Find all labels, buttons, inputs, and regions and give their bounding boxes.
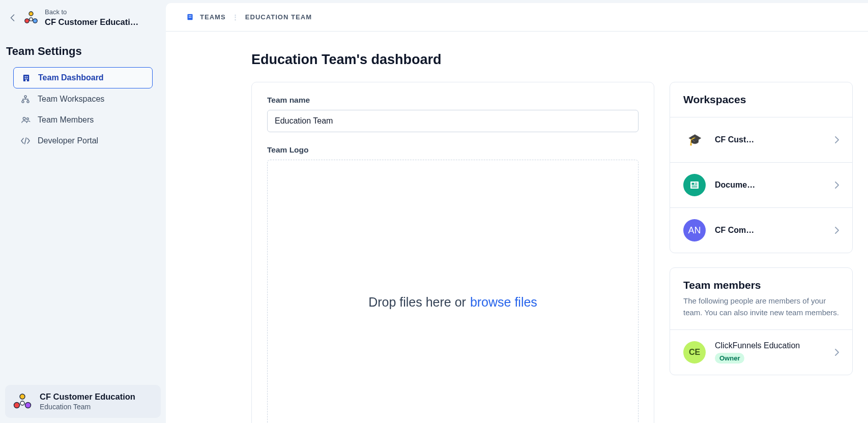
svg-point-0 bbox=[29, 12, 33, 16]
workspace-avatar: AN bbox=[683, 219, 706, 241]
team-logo-label: Team Logo bbox=[267, 145, 639, 155]
chevron-left-icon bbox=[7, 14, 17, 21]
svg-point-13 bbox=[23, 117, 25, 120]
svg-point-11 bbox=[22, 101, 24, 103]
svg-point-15 bbox=[20, 394, 25, 399]
svg-rect-23 bbox=[190, 17, 191, 18]
svg-rect-29 bbox=[692, 187, 698, 188]
sidebar: Back to CF Customer Educati… Team Settin… bbox=[0, 0, 166, 423]
svg-point-10 bbox=[24, 96, 26, 98]
chevron-right-icon bbox=[835, 227, 839, 234]
workspace-avatar bbox=[683, 174, 706, 196]
svg-point-16 bbox=[14, 403, 20, 408]
chevron-right-icon bbox=[835, 136, 839, 143]
browse-files-link[interactable]: browse files bbox=[470, 295, 537, 310]
workspace-avatar: 🎓 bbox=[683, 129, 706, 151]
nav-team-dashboard[interactable]: Team Dashboard bbox=[13, 67, 153, 88]
team-name-label: Team name bbox=[267, 96, 639, 105]
svg-rect-19 bbox=[188, 14, 193, 20]
breadcrumb: TEAMS ⋮ EDUCATION TEAM bbox=[166, 3, 868, 32]
sidebar-title: Team Settings bbox=[5, 35, 161, 67]
nav-item-label: Team Workspaces bbox=[38, 95, 104, 104]
svg-point-2 bbox=[33, 19, 37, 23]
back-link[interactable]: Back to CF Customer Educati… bbox=[5, 5, 161, 35]
member-avatar: CE bbox=[683, 341, 706, 364]
nav-list: Team Dashboard Team Workspaces Team Memb… bbox=[5, 67, 161, 151]
member-role-badge: Owner bbox=[715, 353, 744, 364]
building-icon bbox=[186, 13, 194, 21]
workspaces-title: Workspaces bbox=[683, 94, 839, 106]
svg-rect-26 bbox=[695, 183, 698, 184]
sidebar-footer[interactable]: CF Customer Education Education Team bbox=[5, 385, 161, 418]
main: TEAMS ⋮ EDUCATION TEAM Education Team's … bbox=[166, 3, 868, 423]
members-title: Team members bbox=[683, 279, 839, 291]
building-icon bbox=[21, 73, 31, 83]
nav-item-label: Team Members bbox=[38, 115, 94, 125]
breadcrumb-current: EDUCATION TEAM bbox=[245, 13, 312, 21]
workspace-label: Docume… bbox=[715, 180, 755, 190]
member-item[interactable]: CE ClickFunnels Education Owner bbox=[670, 329, 852, 375]
svg-rect-5 bbox=[24, 76, 25, 77]
back-label-small: Back to bbox=[45, 8, 138, 17]
team-name-input[interactable] bbox=[267, 110, 639, 132]
svg-rect-20 bbox=[189, 15, 190, 16]
workspace-item[interactable]: AN CF Com… bbox=[670, 207, 852, 253]
sitemap-icon bbox=[20, 94, 31, 104]
team-icon bbox=[12, 392, 33, 410]
svg-rect-21 bbox=[190, 15, 191, 16]
svg-rect-27 bbox=[695, 184, 698, 185]
breadcrumb-separator: ⋮ bbox=[232, 13, 239, 21]
nav-team-members[interactable]: Team Members bbox=[13, 110, 153, 130]
svg-point-12 bbox=[27, 101, 29, 103]
svg-rect-24 bbox=[690, 182, 699, 189]
svg-point-14 bbox=[26, 118, 28, 120]
footer-sub: Education Team bbox=[40, 402, 135, 412]
workspace-item[interactable]: 🎓 CF Cust… bbox=[670, 117, 852, 162]
svg-rect-22 bbox=[189, 17, 190, 18]
member-name: ClickFunnels Education bbox=[715, 341, 800, 350]
nav-item-label: Developer Portal bbox=[38, 136, 98, 145]
svg-rect-28 bbox=[692, 186, 698, 186]
svg-point-1 bbox=[25, 19, 29, 23]
back-label-large: CF Customer Educati… bbox=[45, 17, 138, 27]
code-icon bbox=[20, 136, 31, 146]
svg-rect-6 bbox=[26, 76, 27, 77]
chevron-right-icon bbox=[835, 349, 839, 356]
workspace-item[interactable]: Docume… bbox=[670, 162, 852, 207]
people-icon bbox=[20, 115, 31, 125]
svg-point-18 bbox=[20, 401, 24, 405]
svg-rect-9 bbox=[25, 79, 27, 81]
workspace-label: CF Com… bbox=[715, 226, 754, 235]
svg-rect-8 bbox=[26, 78, 27, 79]
footer-title: CF Customer Education bbox=[40, 391, 135, 402]
svg-rect-7 bbox=[24, 78, 25, 79]
workspace-label: CF Cust… bbox=[715, 135, 754, 144]
workspaces-card: Workspaces 🎓 CF Cust… bbox=[670, 82, 853, 253]
svg-rect-25 bbox=[692, 183, 695, 185]
chevron-right-icon bbox=[835, 182, 839, 189]
breadcrumb-root[interactable]: TEAMS bbox=[200, 13, 226, 21]
svg-point-3 bbox=[30, 18, 33, 21]
team-icon bbox=[23, 10, 39, 25]
members-card: Team members The following people are me… bbox=[670, 267, 853, 375]
nav-developer-portal[interactable]: Developer Portal bbox=[13, 131, 153, 151]
team-settings-card: Team name Team Logo Drop files here or b… bbox=[251, 82, 654, 423]
nav-item-label: Team Dashboard bbox=[38, 73, 104, 82]
logo-dropzone[interactable]: Drop files here or browse files bbox=[267, 160, 639, 423]
members-subtitle: The following people are members of your… bbox=[683, 295, 839, 318]
nav-team-workspaces[interactable]: Team Workspaces bbox=[13, 89, 153, 109]
dropzone-text: Drop files here or bbox=[368, 295, 466, 310]
svg-point-17 bbox=[25, 403, 31, 408]
page-title: Education Team's dashboard bbox=[251, 52, 853, 68]
